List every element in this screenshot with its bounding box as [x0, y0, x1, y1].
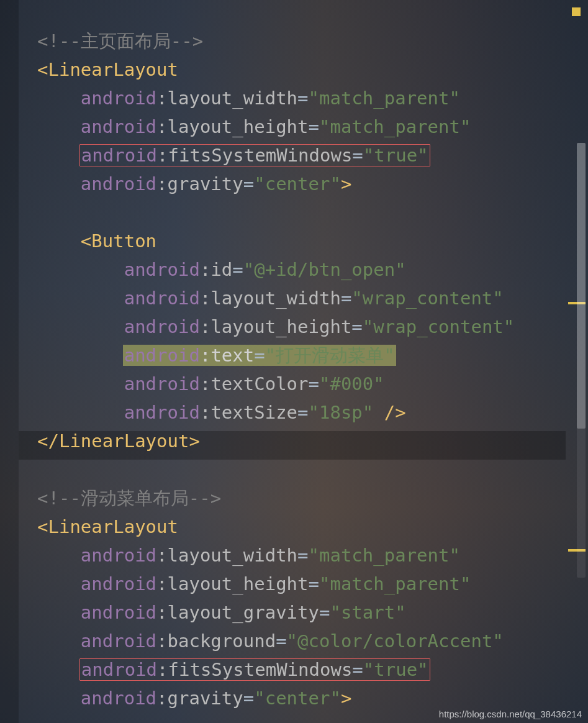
attr-name: layout_height — [168, 573, 309, 594]
attr-value: "center" — [254, 173, 341, 194]
editor-pane: <!--主页面布局--> <LinearLayout android:layou… — [0, 0, 588, 723]
attr-ns: android — [124, 316, 200, 337]
attr-value: "wrap_content" — [363, 316, 514, 337]
attr-name: id — [210, 259, 232, 280]
attr-value: "start" — [330, 602, 405, 623]
attr-name: layout_gravity — [168, 602, 319, 623]
code-block[interactable]: <!--主页面布局--> <LinearLayout android:layou… — [37, 27, 514, 712]
attr-value: "center" — [254, 688, 341, 709]
scrollbar-thumb[interactable] — [577, 143, 586, 429]
attr-eq: = — [319, 602, 330, 623]
xml-selfclose: /> — [384, 402, 406, 423]
attr-colon: : — [156, 545, 167, 566]
xml-close-bracket: > — [189, 430, 199, 452]
highlighted-box: android:fitsSystemWindows="true" — [79, 144, 430, 166]
attr-value: "match_parent" — [309, 88, 460, 109]
xml-close-bracket: > — [341, 688, 351, 709]
watermark-text: https://blog.csdn.net/qq_38436214 — [439, 709, 582, 719]
attr-ns: android — [124, 345, 200, 366]
xml-close-prefix: </ — [37, 430, 59, 452]
attr-eq: = — [232, 259, 243, 280]
attr-value: "true" — [363, 659, 428, 680]
attr-value: "@+id/btn_open" — [243, 259, 406, 280]
attr-value: "18sp" — [309, 402, 374, 423]
attr-colon: : — [200, 373, 210, 394]
attr-ns: android — [81, 602, 156, 623]
xml-tag-name: LinearLayout — [48, 59, 178, 80]
attr-eq: = — [276, 630, 286, 652]
attr-eq: = — [243, 173, 254, 194]
attr-ns: android — [81, 545, 156, 566]
attr-eq: = — [309, 373, 319, 394]
attr-eq: = — [297, 545, 308, 566]
attr-ns: android — [81, 659, 157, 680]
attr-value: "打开滑动菜单" — [265, 345, 395, 366]
xml-tag-name: LinearLayout — [48, 516, 178, 537]
attr-colon: : — [200, 316, 210, 337]
attr-ns: android — [124, 373, 200, 394]
attr-eq: = — [309, 116, 319, 137]
attr-name: textSize — [210, 402, 297, 423]
xml-comment: <!--主页面布局--> — [37, 30, 203, 52]
attr-colon: : — [156, 88, 167, 109]
minimap-warning-icon[interactable] — [572, 7, 581, 16]
attr-name: fitsSystemWindows — [168, 659, 353, 680]
attr-ns: android — [81, 173, 156, 194]
attr-value: "match_parent" — [319, 573, 471, 594]
attr-name: background — [168, 630, 276, 652]
attr-name: fitsSystemWindows — [168, 145, 353, 166]
attr-ns: android — [81, 630, 156, 652]
attr-colon: : — [200, 259, 210, 280]
attr-ns: android — [81, 573, 156, 594]
attr-name: textColor — [210, 373, 308, 394]
attr-eq: = — [352, 145, 363, 166]
attr-name: layout_height — [210, 316, 351, 337]
highlighted-box: android:fitsSystemWindows="true" — [79, 658, 430, 681]
attr-value: "@color/colorAccent" — [287, 630, 504, 652]
attr-colon: : — [157, 659, 168, 680]
attr-eq: = — [243, 688, 254, 709]
attr-name: layout_width — [210, 288, 341, 309]
attr-colon: : — [156, 630, 167, 652]
attr-ns: android — [81, 88, 156, 109]
attr-name: layout_height — [168, 116, 309, 137]
attr-eq: = — [254, 345, 265, 366]
attr-colon: : — [156, 116, 167, 137]
attr-ns: android — [124, 402, 200, 423]
attr-value: "wrap_content" — [351, 288, 503, 309]
attr-name: gravity — [168, 173, 243, 194]
xml-tag-name: LinearLayout — [59, 430, 189, 452]
attr-ns: android — [81, 116, 156, 137]
attr-value: "match_parent" — [309, 545, 460, 566]
attr-value: "true" — [363, 145, 428, 166]
attr-name: gravity — [168, 688, 243, 709]
attr-colon: : — [156, 573, 167, 594]
xml-open-bracket: < — [37, 516, 48, 537]
attr-colon: : — [200, 402, 210, 423]
attr-eq: = — [351, 316, 362, 337]
xml-open-bracket: < — [37, 59, 48, 80]
selection-highlight: android:text="打开滑动菜单" — [123, 345, 396, 366]
xml-open-bracket: < — [81, 230, 91, 252]
attr-colon: : — [156, 602, 167, 623]
attr-ns: android — [81, 688, 156, 709]
xml-tag-name: Button — [91, 230, 156, 252]
attr-colon: : — [157, 145, 168, 166]
attr-colon: : — [156, 688, 167, 709]
attr-eq: = — [341, 288, 351, 309]
attr-ns: android — [124, 259, 200, 280]
attr-colon: : — [200, 345, 210, 366]
xml-comment: <!--滑动菜单布局--> — [37, 488, 221, 509]
attr-value: "#000" — [319, 373, 384, 394]
attr-name: layout_width — [168, 88, 298, 109]
attr-eq: = — [352, 659, 363, 680]
attr-eq: = — [297, 88, 308, 109]
attr-name: layout_width — [168, 545, 298, 566]
attr-colon: : — [200, 288, 210, 309]
attr-name: text — [210, 345, 254, 366]
gutter — [0, 0, 19, 723]
attr-eq: = — [309, 573, 319, 594]
attr-ns: android — [81, 145, 157, 166]
attr-colon: : — [156, 173, 167, 194]
attr-eq: = — [297, 402, 308, 423]
